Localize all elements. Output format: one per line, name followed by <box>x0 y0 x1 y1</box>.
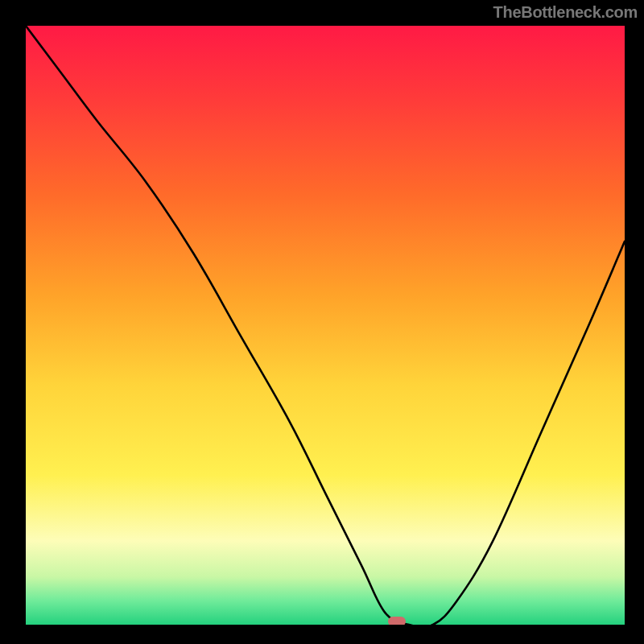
plot-area <box>26 26 625 625</box>
curve-layer <box>26 26 625 625</box>
bottleneck-curve-path <box>26 26 625 625</box>
bottleneck-chart: TheBottleneck.com <box>0 0 644 644</box>
attribution-text: TheBottleneck.com <box>493 3 638 22</box>
optimum-marker <box>388 617 406 625</box>
